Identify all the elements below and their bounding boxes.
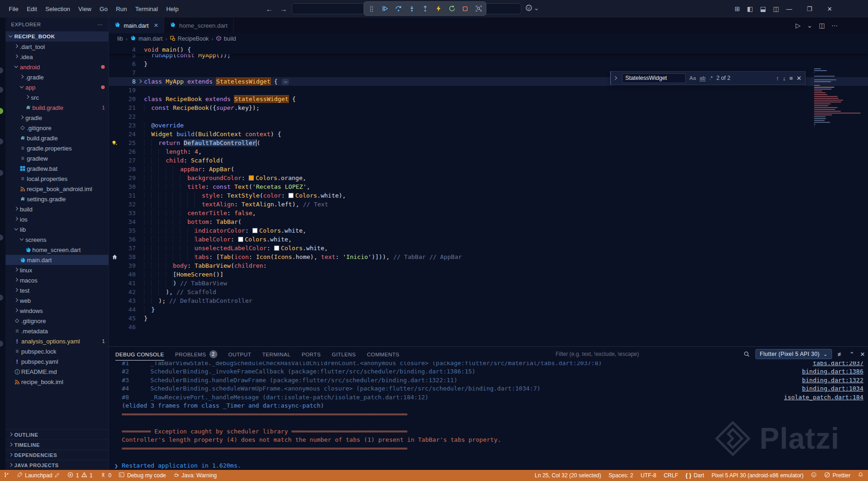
breadcrumb-item[interactable]: main.dart (130, 35, 162, 42)
step-out-button[interactable] (421, 5, 429, 13)
encoding-status[interactable]: UTF-8 (641, 472, 656, 479)
tree-item[interactable]: build (6, 204, 108, 214)
source-link[interactable]: binding.dart:1322 (802, 376, 863, 385)
tree-item[interactable]: .gradle (6, 72, 108, 82)
close-tab-icon[interactable]: ✕ (154, 22, 158, 29)
tree-item[interactable]: src (6, 92, 108, 102)
minimap[interactable] (814, 68, 865, 129)
code-line[interactable]: 41 ) // TabBarView (109, 279, 868, 288)
debug-fork-icon[interactable] (4, 472, 9, 479)
restart-button[interactable] (448, 5, 456, 13)
tree-item[interactable]: app (6, 82, 108, 92)
clear-console-icon[interactable]: ≢ (838, 351, 844, 358)
problems-status[interactable]: 11 (67, 472, 92, 479)
previous-match-icon[interactable]: ↑ (776, 75, 779, 82)
tree-item[interactable]: lib (6, 224, 108, 234)
code-line[interactable]: 21 const RecipeBook({super.key}); (109, 103, 868, 112)
menu-view[interactable]: View (74, 4, 96, 14)
folded-code-indicator[interactable]: ⋯ (282, 79, 289, 85)
prettier-status[interactable]: Prettier (824, 472, 850, 479)
menu-edit[interactable]: Edit (23, 4, 41, 14)
panel-tab-problems[interactable]: PROBLEMS2 (175, 347, 217, 361)
code-editor[interactable]: 4void main() {5 runApp(const MyApp());6}… (109, 44, 868, 346)
code-line[interactable]: 27 child: Scaffold( (109, 156, 868, 165)
breadcrumb-item[interactable]: build (216, 36, 236, 42)
toggle-panel-icon[interactable]: ⬓ (760, 5, 766, 12)
code-line[interactable]: 38 tabs: [Tab(icon: Icon(Icons.home), te… (109, 253, 868, 261)
debug-my-code-item[interactable]: Debug my code (119, 472, 166, 479)
tree-root[interactable]: RECIPE_BOOK (6, 31, 108, 42)
tab-home_screen.dart[interactable]: home_screen.dart (164, 18, 233, 33)
section-dependencies[interactable]: DEPENDENCIES (6, 450, 108, 460)
code-line[interactable]: 29 backgroundColor: Colors.orange, (109, 174, 868, 182)
code-line[interactable]: 33 centerTitle: false, (109, 209, 868, 217)
run-file-button[interactable]: ▷ (796, 22, 801, 29)
code-line[interactable]: 25 return DefaultTabController( (109, 138, 868, 147)
customize-layout-icon[interactable]: ⊞ (735, 5, 740, 12)
menu-terminal[interactable]: Terminal (131, 4, 162, 14)
tree-item[interactable]: ios (6, 214, 108, 224)
source-link[interactable]: isolate_patch.dart:184 (784, 393, 863, 402)
tree-item[interactable]: windows (6, 306, 108, 316)
tree-item[interactable]: !analysis_options.yaml1 (6, 336, 108, 346)
restore-button[interactable]: ❐ (799, 0, 820, 18)
device-status[interactable]: Pixel 5 API 30 (android-x86 emulator) (712, 472, 803, 479)
code-line[interactable]: 24 Widget build(BuildContext context) { (109, 130, 868, 138)
code-line[interactable]: 6} (109, 60, 868, 68)
toggle-replace-icon[interactable] (613, 75, 618, 81)
menu-go[interactable]: Go (96, 4, 112, 14)
code-line[interactable]: 42 ), // Scaffold (109, 288, 868, 296)
close-panel-icon[interactable]: ✕ (860, 351, 865, 358)
menu-file[interactable]: File (5, 4, 23, 14)
ports-status[interactable]: 0 (100, 472, 112, 479)
find-in-selection-icon[interactable]: ≡ (790, 75, 793, 82)
tree-item[interactable]: screens (6, 234, 108, 245)
close-find-icon[interactable]: ✕ (796, 75, 802, 82)
console-prompt-icon[interactable]: ❯ (114, 463, 118, 469)
cursor-position[interactable]: Ln 25, Col 32 (20 selected) (535, 472, 601, 479)
breadcrumb-item[interactable]: RecipeBook (170, 36, 209, 42)
tree-item[interactable]: README.md (6, 367, 108, 377)
toggle-secondary-sidebar-icon[interactable]: ◫ (773, 5, 779, 12)
code-line[interactable]: 39 body: TabBarView(children: (109, 261, 868, 270)
console-filter-input[interactable] (556, 349, 694, 359)
launchpad-item[interactable]: Launchpad (17, 472, 60, 479)
tree-item[interactable]: web (6, 295, 108, 306)
code-line[interactable]: 26 length: 4, (109, 147, 868, 156)
tree-item[interactable]: recipe_book_android.iml (6, 184, 108, 194)
code-line[interactable]: 31 style: TextStyle(color: Colors.white)… (109, 191, 868, 200)
source-link[interactable]: binding.dart:1034 (802, 385, 863, 393)
tree-item[interactable]: .gitignore (6, 316, 108, 326)
code-line[interactable]: 5 runApp(const MyApp()); (109, 54, 868, 60)
feedback-icon[interactable] (811, 472, 817, 479)
tree-item[interactable]: ≡gradle.properties (6, 143, 108, 153)
code-line[interactable]: 35 indicatorColor: Colors.white, (109, 226, 868, 235)
code-line[interactable]: 43 ); // DefaultTabController (109, 296, 868, 305)
panel-tab-gitlens[interactable]: GITLENS (332, 347, 356, 361)
notifications-icon[interactable] (858, 472, 863, 479)
eol-status[interactable]: CRLF (664, 472, 678, 479)
source-link[interactable]: tabs.dart:2037 (813, 361, 863, 367)
code-line[interactable]: 4void main() { (109, 45, 868, 54)
code-line[interactable]: 44 } (109, 305, 868, 314)
tree-item[interactable]: main.dart (6, 255, 108, 265)
hot-reload-button[interactable] (434, 5, 443, 13)
tree-item[interactable]: macos (6, 275, 108, 285)
toggle-primary-sidebar-icon[interactable]: ◧ (747, 5, 753, 12)
java-status-item[interactable]: Java: Warning (174, 472, 217, 479)
explorer-more-icon[interactable]: ⋯ (97, 22, 103, 28)
step-over-button[interactable] (394, 5, 402, 13)
next-match-icon[interactable]: ↓ (783, 75, 786, 82)
tree-item[interactable]: ≡gradlew (6, 153, 108, 163)
debug-session-picker[interactable]: Flutter (Pixel 5 API 30)⌄ (755, 349, 832, 359)
panel-tab-comments[interactable]: COMMENTS (367, 347, 399, 361)
minimize-button[interactable]: — (779, 0, 799, 18)
code-line[interactable]: 28 appBar: AppBar( (109, 165, 868, 174)
tree-item[interactable]: linux (6, 265, 108, 275)
panel-tab-debug-console[interactable]: DEBUG CONSOLE (115, 347, 164, 361)
find-input[interactable]: StatelessWidget (622, 73, 686, 83)
tree-item[interactable]: android (6, 62, 108, 72)
tree-item[interactable]: build.gradle1 (6, 102, 108, 113)
source-link[interactable]: binding.dart:1386 (802, 367, 863, 376)
code-line[interactable]: 32 textAlign: TextAlign.left), // Text (109, 200, 868, 209)
